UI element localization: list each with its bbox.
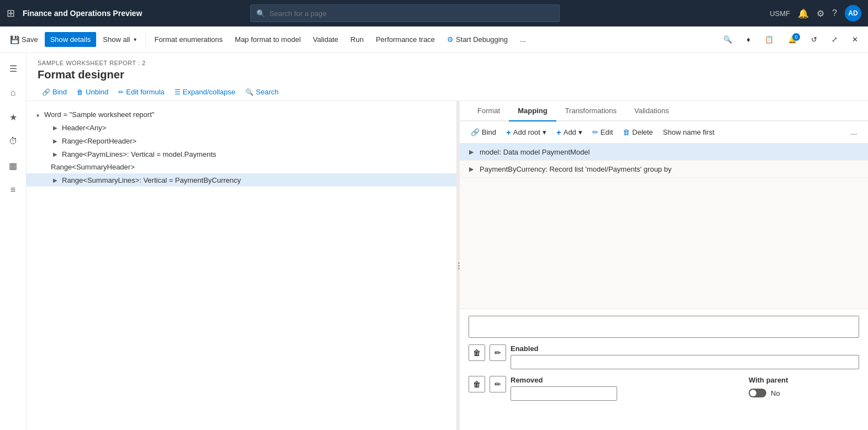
tree-node-report-header[interactable]: ▶ Range<ReportHeader> [27,134,456,147]
refresh-button[interactable]: ↺ [806,32,823,47]
tree-node-header-label: Header<Any> [62,124,106,132]
tree-node-paymlines[interactable]: ▶ Range<PaymLines>: Vertical = model.Pay… [27,147,456,161]
main-layout: ☰ ⌂ ★ ⏱ ▦ ≡ SAMPLE WORKSHEET REPORT : 2 … [0,53,868,430]
word-expand-icon: ▴ [33,110,42,119]
mapping-bind-button[interactable]: 🔗 Bind [466,125,501,139]
sidebar-item-recent[interactable]: ⏱ [2,130,24,152]
enabled-delete-button[interactable]: 🗑 [469,344,485,361]
unbind-button[interactable]: 🗑 Unbind [72,86,113,98]
tab-transformations[interactable]: Transformations [556,101,625,121]
no-toggle[interactable] [749,389,766,397]
removed-field: Removed [511,376,744,401]
removed-delete-button[interactable]: 🗑 [469,376,485,392]
toggle-row: No [749,389,859,397]
content-area: SAMPLE WORKSHEET REPORT : 2 Format desig… [27,53,868,430]
tree-node-word[interactable]: ▴ Word = "Sample worksheet report" [27,108,456,121]
mapping-bind-icon: 🔗 [471,128,480,136]
sidebar-item-hamburger[interactable]: ☰ [2,57,24,79]
tab-mapping[interactable]: Mapping [509,101,556,121]
more-options-button[interactable]: ... [514,32,532,47]
delete-mapping-icon: 🗑 [623,128,630,136]
search-sub-button[interactable]: 🔍 Search [241,86,283,98]
search-sub-icon: 🔍 [245,88,254,96]
tree-node-summary-header[interactable]: Range<SummaryHeader> [27,161,456,173]
enabled-field: Enabled [511,344,859,369]
add-mapping-plus-icon: + [556,128,561,137]
show-name-first-button[interactable]: Show name first [659,125,719,139]
favorites-button[interactable]: ♦ [741,32,756,47]
show-all-button[interactable]: Show all ▾ [97,32,141,47]
tree-node-word-label: Word = "Sample worksheet report" [44,110,154,119]
bind-button[interactable]: 🔗 Bind [38,86,71,98]
map-node-model-label: model: Data model PaymentModel [480,148,590,156]
show-details-button[interactable]: Show details [45,32,97,47]
search-cmd-button[interactable]: 🔍 [718,32,738,47]
tab-bar: Format Mapping Transformations Validatio… [460,101,868,121]
performance-trace-button[interactable]: Performance trace [370,32,440,47]
removed-row: 🗑 ✏ Removed With parent [469,376,859,401]
more-mapping-button[interactable]: ... [846,125,861,139]
payment-by-currency-expand-icon: ▶ [466,164,476,174]
tab-validations[interactable]: Validations [625,101,678,121]
add-root-dropdown-icon: ▾ [543,128,546,136]
add-mapping-button[interactable]: + Add ▾ [552,125,587,140]
settings-icon[interactable]: ⚙ [817,8,824,19]
run-button[interactable]: Run [345,32,369,47]
breadcrumb: SAMPLE WORKSHEET REPORT : 2 [38,60,857,66]
mapping-toolbar: 🔗 Bind + Add root ▾ + Add ▾ ✏ [460,121,868,144]
app-grid-icon[interactable]: ⊞ [7,7,15,19]
enabled-edit-button[interactable]: ✏ [490,344,506,361]
formula-main-input[interactable] [469,316,859,338]
help-icon[interactable]: ? [832,8,837,18]
tree-node-summarylines[interactable]: ▶ Range<SummaryLines>: Vertical = Paymen… [27,173,456,187]
notification-icon[interactable]: 🔔 [798,8,809,19]
tree-node-header[interactable]: ▶ Header<Any> [27,121,456,134]
sidebar-item-workspaces[interactable]: ▦ [2,155,24,177]
notification-badge-button[interactable]: 🔔0 [782,32,802,47]
delete-mapping-button[interactable]: 🗑 Delete [618,125,657,139]
expand-collapse-button[interactable]: ☰ Expand/collapse [170,86,240,98]
edit-formula-button[interactable]: ✏ Edit formula [114,86,169,98]
bottom-panel: 🗑 ✏ Enabled 🗑 ✏ Removed [460,309,868,430]
map-format-button[interactable]: Map format to model [229,32,306,47]
with-parent-label: With parent [749,376,859,384]
page-header: SAMPLE WORKSHEET REPORT : 2 Format desig… [27,53,868,101]
map-node-model[interactable]: ▶ model: Data model PaymentModel [460,144,868,161]
global-search-bar[interactable]: 🔍 [250,4,560,22]
paymlines-expand-icon: ▶ [51,150,60,158]
summarylines-expand-icon: ▶ [51,176,60,184]
save-button[interactable]: 💾 Save [4,32,44,47]
with-parent-section: With parent No [749,376,859,397]
format-enumerations-button[interactable]: Format enumerations [149,32,229,47]
sidebar-item-home[interactable]: ⌂ [2,82,24,104]
top-nav-right: USMF 🔔 ⚙ ? AD [770,5,861,22]
start-debugging-button[interactable]: ⚙ Start Debugging [441,32,513,47]
removed-edit-button[interactable]: ✏ [490,376,506,392]
share-button[interactable]: 📋 [759,32,779,47]
add-root-button[interactable]: + Add root ▾ [502,125,551,140]
edit-mapping-button[interactable]: ✏ Edit [588,125,617,139]
toggle-thumb [750,390,756,396]
user-avatar[interactable]: AD [845,5,861,22]
close-button[interactable]: ✕ [846,32,864,47]
top-navigation: ⊞ Finance and Operations Preview 🔍 USMF … [0,0,868,26]
format-tree: ▴ Word = "Sample worksheet report" ▶ Hea… [27,101,456,430]
command-bar: 💾 Save Show details Show all ▾ Format en… [0,26,868,53]
map-node-payment-by-currency[interactable]: ▶ PaymentByCurrency: Record list 'model/… [460,161,868,178]
removed-label: Removed [511,376,744,384]
sidebar-item-modules[interactable]: ≡ [2,179,24,201]
removed-input[interactable] [511,386,617,401]
fullscreen-button[interactable]: ⤢ [826,32,843,47]
map-node-payment-by-currency-label: PaymentByCurrency: Record list 'model/Pa… [480,165,671,173]
enabled-label: Enabled [511,344,859,353]
right-panel: Format Mapping Transformations Validatio… [460,101,868,430]
sidebar-item-favorites[interactable]: ★ [2,106,24,128]
search-input[interactable] [270,9,554,18]
tab-format[interactable]: Format [469,101,509,121]
debug-icon: ⚙ [447,35,454,44]
enabled-input[interactable] [511,355,859,369]
left-sidebar: ☰ ⌂ ★ ⏱ ▦ ≡ [0,53,27,430]
page-title: Format designer [38,68,857,81]
validate-button[interactable]: Validate [307,32,344,47]
model-expand-icon: ▶ [466,147,476,157]
